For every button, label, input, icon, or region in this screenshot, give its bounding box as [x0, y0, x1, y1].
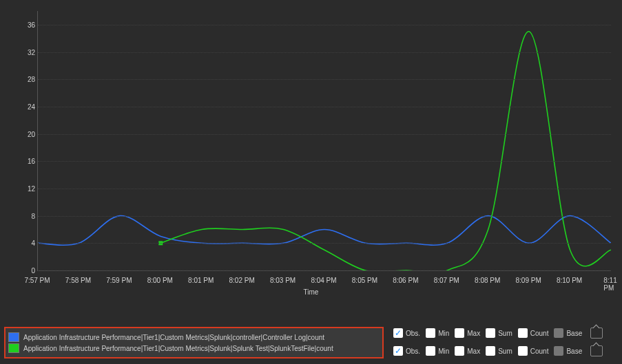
series-line [160, 32, 611, 270]
y-tick: 8 [19, 212, 35, 220]
min-checkbox[interactable] [426, 346, 435, 356]
gridline [38, 243, 611, 244]
x-tick: 7:59 PM [106, 277, 132, 284]
x-tick: 8:06 PM [393, 277, 418, 284]
base-label: Base [566, 347, 582, 355]
y-tick: 24 [19, 103, 35, 110]
options-row: Obs.MinMaxSumCountBase [391, 324, 618, 342]
sum-label: Sum [498, 330, 512, 337]
gridline [38, 189, 611, 189]
legend-item[interactable]: Application Infrastructure Performance|T… [8, 332, 380, 342]
count-checkbox[interactable] [518, 328, 528, 338]
legend-swatch [8, 343, 19, 353]
max-label: Max [467, 330, 480, 337]
gridline [38, 52, 611, 53]
count-label: Count [530, 347, 549, 355]
x-axis-label: Time [7, 288, 615, 296]
legend-item[interactable]: Application Infrastructure Performance|T… [8, 343, 380, 353]
obs-label: Obs. [406, 347, 420, 355]
x-tick: 8:03 PM [270, 277, 296, 284]
x-tick: 8:05 PM [352, 277, 377, 284]
gridline [38, 270, 611, 271]
max-checkbox[interactable] [455, 346, 464, 356]
x-tick: 8:09 PM [516, 277, 541, 284]
y-tick: 16 [19, 158, 35, 165]
legend-label: Application Infrastructure Performance|T… [23, 345, 380, 352]
x-tick: 8:00 PM [147, 277, 173, 284]
base-checkbox [554, 346, 563, 356]
x-tick: 7:58 PM [65, 277, 91, 284]
legend-box: Application Infrastructure Performance|T… [4, 327, 384, 358]
y-tick: 20 [19, 130, 35, 138]
gridline [38, 161, 611, 162]
obs-label: Obs. [406, 330, 420, 337]
y-tick: 4 [19, 239, 35, 247]
max-label: Max [467, 347, 480, 355]
y-tick: 0 [19, 267, 35, 275]
export-icon[interactable] [590, 328, 603, 339]
x-tick: 8:07 PM [434, 277, 459, 284]
legend-label: Application Infrastructure Performance|T… [23, 334, 380, 341]
base-label: Base [566, 330, 582, 337]
x-tick: 8:08 PM [475, 277, 500, 284]
x-tick: 8:02 PM [229, 277, 255, 284]
options-row: Obs.MinMaxSumCountBase [391, 342, 618, 360]
sum-checkbox[interactable] [486, 346, 495, 356]
gridline [38, 25, 611, 25]
obs-checkbox[interactable] [393, 346, 403, 356]
y-tick: 32 [19, 48, 35, 56]
legend-container: Application Infrastructure Performance|T… [4, 327, 384, 358]
series-options-panel: Obs.MinMaxSumCountBaseObs.MinMaxSumCount… [391, 324, 618, 360]
y-tick: 12 [19, 184, 35, 192]
min-label: Min [438, 347, 449, 355]
gridline [38, 216, 611, 217]
sum-label: Sum [498, 347, 512, 355]
x-tick: 7:57 PM [24, 277, 50, 284]
gridline [38, 107, 611, 107]
x-tick: 8:01 PM [188, 277, 214, 284]
export-icon[interactable] [590, 345, 603, 356]
legend-swatch [8, 332, 19, 342]
count-label: Count [530, 330, 549, 337]
x-axis-ticks: 7:57 PM7:58 PM7:59 PM8:00 PM8:01 PM8:02 … [37, 277, 611, 286]
count-checkbox[interactable] [518, 346, 528, 356]
chart-lines [38, 11, 611, 270]
sum-checkbox[interactable] [486, 328, 495, 338]
plot: 04812162024283236 [37, 11, 611, 271]
x-tick: 8:10 PM [557, 277, 582, 284]
y-tick: 28 [19, 76, 35, 83]
min-label: Min [438, 330, 449, 337]
obs-checkbox[interactable] [393, 328, 403, 338]
max-checkbox[interactable] [455, 328, 464, 338]
base-checkbox [554, 328, 563, 338]
gridline [38, 79, 611, 80]
chart-area: 04812162024283236 7:57 PM7:58 PM7:59 PM8… [7, 7, 615, 296]
x-tick: 8:04 PM [311, 277, 336, 284]
series-line [38, 216, 611, 246]
gridline [38, 134, 611, 135]
y-tick: 36 [19, 21, 35, 28]
min-checkbox[interactable] [426, 328, 435, 338]
